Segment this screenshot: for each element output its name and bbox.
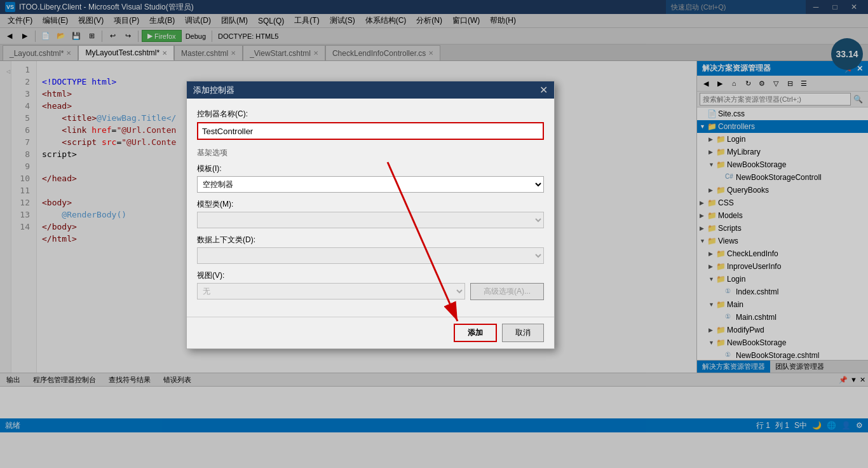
dialog-overlay: 添加控制器 ✕ 控制器名称(C): 基架选项 模板(I): 空控制器 模型类(M… — [0, 0, 868, 468]
data-context-row: 数据上下文类(D): — [197, 235, 544, 264]
add-controller-dialog: 添加控制器 ✕ 控制器名称(C): 基架选项 模板(I): 空控制器 模型类(M… — [186, 81, 555, 349]
dialog-footer: 添加 取消 — [187, 317, 554, 348]
dialog-close-button[interactable]: ✕ — [539, 84, 548, 96]
data-context-label: 数据上下文类(D): — [197, 235, 544, 245]
dialog-body: 控制器名称(C): 基架选项 模板(I): 空控制器 模型类(M): 数据上下文… — [187, 99, 554, 317]
template-row: 模板(I): 空控制器 — [197, 163, 544, 193]
template-label: 模板(I): — [197, 163, 544, 174]
controller-name-label: 控制器名称(C): — [197, 109, 544, 120]
dialog-title-bar: 添加控制器 ✕ — [187, 81, 554, 99]
cancel-button[interactable]: 取消 — [502, 324, 544, 342]
advanced-options-button[interactable]: 高级选项(A)... — [470, 283, 544, 300]
views-select[interactable]: 无 — [197, 283, 465, 299]
controller-name-input[interactable] — [197, 122, 544, 140]
model-class-select[interactable] — [197, 212, 544, 228]
model-class-row: 模型类(M): — [197, 199, 544, 228]
views-row: 视图(V): 无 高级选项(A)... — [197, 270, 544, 300]
template-select[interactable]: 空控制器 — [197, 176, 544, 193]
dialog-title: 添加控制器 — [193, 85, 234, 96]
add-button[interactable]: 添加 — [454, 324, 497, 342]
model-class-label: 模型类(M): — [197, 199, 544, 210]
scaffolding-title: 基架选项 — [197, 148, 544, 158]
views-label: 视图(V): — [197, 270, 544, 281]
data-context-select[interactable] — [197, 247, 544, 264]
